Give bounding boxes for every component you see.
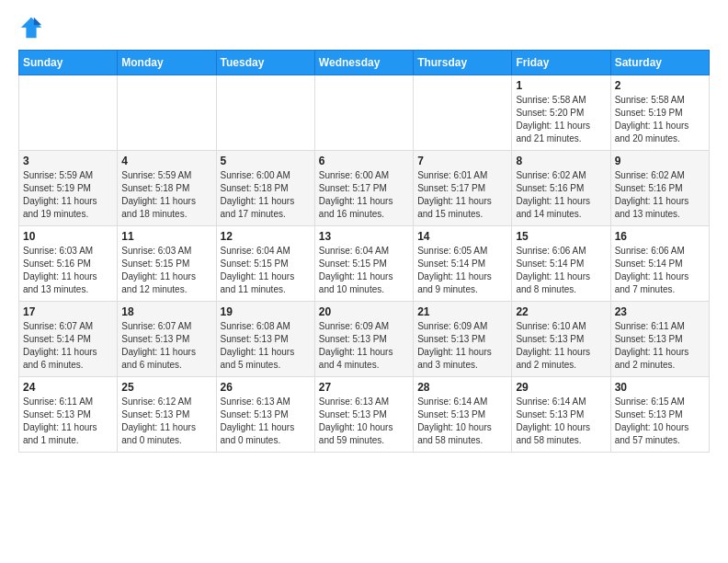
logo-icon [18,15,44,40]
weekday-header: Wednesday [314,51,413,75]
calendar-cell: 5Sunrise: 6:00 AM Sunset: 5:18 PM Daylig… [216,151,314,226]
day-info: Sunrise: 6:14 AM Sunset: 5:13 PM Dayligh… [417,396,507,447]
calendar-cell: 7Sunrise: 6:01 AM Sunset: 5:17 PM Daylig… [414,151,512,226]
day-info: Sunrise: 5:59 AM Sunset: 5:19 PM Dayligh… [23,169,113,221]
day-number: 19 [221,305,311,318]
day-info: Sunrise: 5:58 AM Sunset: 5:19 PM Dayligh… [615,94,705,145]
day-info: Sunrise: 6:00 AM Sunset: 5:17 PM Dayligh… [319,169,409,221]
calendar-cell [118,75,216,151]
svg-marker-1 [34,17,41,25]
day-info: Sunrise: 6:03 AM Sunset: 5:16 PM Dayligh… [23,245,113,296]
day-info: Sunrise: 6:07 AM Sunset: 5:13 PM Dayligh… [121,320,211,372]
day-info: Sunrise: 6:11 AM Sunset: 5:13 PM Dayligh… [615,320,705,372]
calendar-cell: 9Sunrise: 6:02 AM Sunset: 5:16 PM Daylig… [610,151,709,226]
calendar-cell: 15Sunrise: 6:06 AM Sunset: 5:14 PM Dayli… [512,226,610,302]
day-number: 15 [516,230,606,243]
day-info: Sunrise: 6:02 AM Sunset: 5:16 PM Dayligh… [516,169,606,221]
calendar-cell: 20Sunrise: 6:09 AM Sunset: 5:13 PM Dayli… [314,302,413,377]
calendar-cell [414,75,512,151]
day-number: 10 [23,230,113,243]
day-number: 23 [615,305,705,318]
calendar-cell: 24Sunrise: 6:11 AM Sunset: 5:13 PM Dayli… [19,377,118,453]
calendar-row: 17Sunrise: 6:07 AM Sunset: 5:14 PM Dayli… [19,302,710,377]
day-info: Sunrise: 5:58 AM Sunset: 5:20 PM Dayligh… [516,94,606,145]
day-number: 16 [615,230,705,243]
day-number: 27 [319,381,409,394]
calendar-row: 10Sunrise: 6:03 AM Sunset: 5:16 PM Dayli… [19,226,710,302]
calendar-cell: 2Sunrise: 5:58 AM Sunset: 5:19 PM Daylig… [610,75,709,151]
day-info: Sunrise: 6:09 AM Sunset: 5:13 PM Dayligh… [417,320,507,372]
calendar-cell: 25Sunrise: 6:12 AM Sunset: 5:13 PM Dayli… [118,377,216,453]
calendar-cell: 3Sunrise: 5:59 AM Sunset: 5:19 PM Daylig… [19,151,118,226]
calendar-table: SundayMondayTuesdayWednesdayThursdayFrid… [18,50,710,453]
day-number: 14 [417,230,507,243]
day-number: 1 [516,79,606,92]
day-number: 24 [23,381,113,394]
day-number: 9 [615,155,705,167]
calendar-cell: 10Sunrise: 6:03 AM Sunset: 5:16 PM Dayli… [19,226,118,302]
day-info: Sunrise: 6:12 AM Sunset: 5:13 PM Dayligh… [121,396,211,447]
calendar-cell: 1Sunrise: 5:58 AM Sunset: 5:20 PM Daylig… [512,75,610,151]
day-number: 2 [615,79,705,92]
calendar-cell: 29Sunrise: 6:14 AM Sunset: 5:13 PM Dayli… [512,377,610,453]
weekday-header: Thursday [414,51,512,75]
day-info: Sunrise: 6:06 AM Sunset: 5:14 PM Dayligh… [516,245,606,296]
day-number: 30 [615,381,705,394]
day-info: Sunrise: 6:04 AM Sunset: 5:15 PM Dayligh… [221,245,311,296]
calendar-cell: 22Sunrise: 6:10 AM Sunset: 5:13 PM Dayli… [512,302,610,377]
day-number: 13 [319,230,409,243]
day-number: 11 [121,230,211,243]
weekday-header: Friday [512,51,610,75]
day-info: Sunrise: 6:06 AM Sunset: 5:14 PM Dayligh… [615,245,705,296]
day-number: 8 [516,155,606,167]
day-info: Sunrise: 6:02 AM Sunset: 5:16 PM Dayligh… [615,169,705,221]
day-info: Sunrise: 6:11 AM Sunset: 5:13 PM Dayligh… [23,396,113,447]
day-info: Sunrise: 6:15 AM Sunset: 5:13 PM Dayligh… [615,396,705,447]
header [18,15,710,40]
calendar-row: 1Sunrise: 5:58 AM Sunset: 5:20 PM Daylig… [19,75,710,151]
day-number: 26 [221,381,311,394]
day-info: Sunrise: 6:09 AM Sunset: 5:13 PM Dayligh… [319,320,409,372]
logo [18,15,48,40]
day-info: Sunrise: 6:01 AM Sunset: 5:17 PM Dayligh… [417,169,507,221]
calendar-cell: 19Sunrise: 6:08 AM Sunset: 5:13 PM Dayli… [216,302,314,377]
day-number: 21 [417,305,507,318]
day-info: Sunrise: 6:05 AM Sunset: 5:14 PM Dayligh… [417,245,507,296]
calendar-cell: 14Sunrise: 6:05 AM Sunset: 5:14 PM Dayli… [414,226,512,302]
day-info: Sunrise: 6:00 AM Sunset: 5:18 PM Dayligh… [221,169,311,221]
calendar-cell: 12Sunrise: 6:04 AM Sunset: 5:15 PM Dayli… [216,226,314,302]
calendar-cell: 28Sunrise: 6:14 AM Sunset: 5:13 PM Dayli… [414,377,512,453]
day-number: 7 [417,155,507,167]
day-info: Sunrise: 6:10 AM Sunset: 5:13 PM Dayligh… [516,320,606,372]
weekday-header: Tuesday [216,51,314,75]
day-number: 5 [221,155,311,167]
day-number: 17 [23,305,113,318]
svg-marker-0 [21,17,41,38]
day-info: Sunrise: 6:07 AM Sunset: 5:14 PM Dayligh… [23,320,113,372]
day-number: 6 [319,155,409,167]
calendar-row: 3Sunrise: 5:59 AM Sunset: 5:19 PM Daylig… [19,151,710,226]
calendar-cell: 21Sunrise: 6:09 AM Sunset: 5:13 PM Dayli… [414,302,512,377]
day-info: Sunrise: 6:13 AM Sunset: 5:13 PM Dayligh… [319,396,409,447]
calendar-cell: 27Sunrise: 6:13 AM Sunset: 5:13 PM Dayli… [314,377,413,453]
calendar-header-row: SundayMondayTuesdayWednesdayThursdayFrid… [19,51,710,75]
day-info: Sunrise: 6:13 AM Sunset: 5:13 PM Dayligh… [221,396,311,447]
day-number: 25 [121,381,211,394]
day-number: 12 [221,230,311,243]
day-number: 28 [417,381,507,394]
calendar-cell: 4Sunrise: 5:59 AM Sunset: 5:18 PM Daylig… [118,151,216,226]
day-number: 29 [516,381,606,394]
day-info: Sunrise: 6:08 AM Sunset: 5:13 PM Dayligh… [221,320,311,372]
day-number: 22 [516,305,606,318]
calendar-cell: 11Sunrise: 6:03 AM Sunset: 5:15 PM Dayli… [118,226,216,302]
day-info: Sunrise: 6:04 AM Sunset: 5:15 PM Dayligh… [319,245,409,296]
calendar-cell [19,75,118,151]
calendar-cell: 23Sunrise: 6:11 AM Sunset: 5:13 PM Dayli… [610,302,709,377]
day-info: Sunrise: 6:03 AM Sunset: 5:15 PM Dayligh… [121,245,211,296]
calendar-cell: 17Sunrise: 6:07 AM Sunset: 5:14 PM Dayli… [19,302,118,377]
page: SundayMondayTuesdayWednesdayThursdayFrid… [0,0,728,467]
day-number: 18 [121,305,211,318]
calendar-cell [216,75,314,151]
calendar-row: 24Sunrise: 6:11 AM Sunset: 5:13 PM Dayli… [19,377,710,453]
day-number: 4 [121,155,211,167]
